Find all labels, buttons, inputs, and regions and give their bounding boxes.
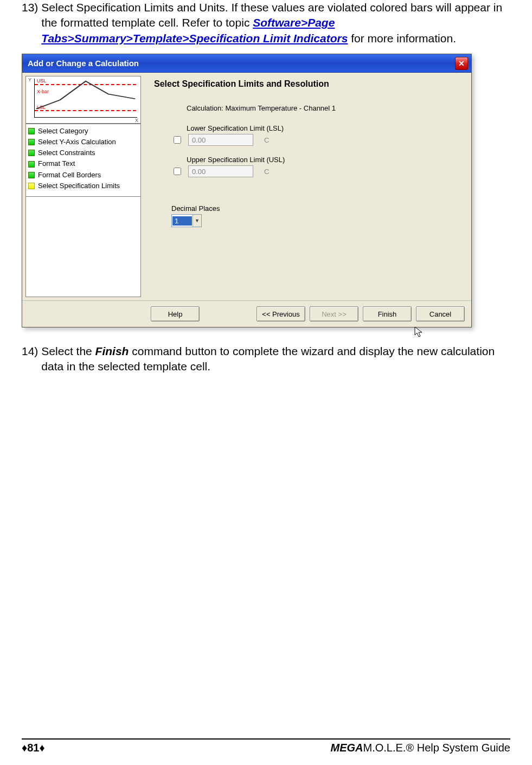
finish-button[interactable]: Finish	[363, 306, 412, 322]
usl-unit: C	[264, 168, 269, 176]
wizard-main-pane: Select Specification Limits and Resoluti…	[144, 73, 471, 300]
dialog-title: Add or Change a Calculation	[28, 59, 139, 68]
wizard-step-item: Select Specification Limits	[28, 181, 138, 191]
lsl-checkbox[interactable]	[174, 136, 181, 144]
step-text: Select Specification Limits and Units. I…	[41, 0, 510, 46]
lsl-field-label: Lower Specification Limit (LSL)	[187, 124, 465, 132]
usl-field-label: Upper Specification Limit (USL)	[187, 156, 465, 164]
close-icon[interactable]: ✕	[455, 57, 468, 70]
titlebar: Add or Change a Calculation ✕	[22, 54, 471, 73]
sidebar-spacer	[25, 197, 141, 297]
step-label: Select Category	[38, 126, 88, 137]
step-label: Select Constraints	[38, 147, 95, 158]
wizard-step-item: Format Cell Borders	[28, 170, 138, 181]
wizard-sidebar: Y USL X-bar LSL X Select Category Select…	[22, 73, 144, 300]
step-label: Select Specification Limits	[38, 181, 120, 191]
lsl-input[interactable]	[188, 134, 253, 146]
step-14: 14) Select the Finish command button to …	[22, 344, 510, 375]
text: for more information.	[348, 32, 456, 44]
decimal-places-combo[interactable]: 1 ▼	[171, 214, 202, 227]
status-icon	[28, 139, 35, 145]
step-number: 14)	[22, 344, 41, 375]
chevron-down-icon[interactable]: ▼	[193, 215, 201, 227]
svg-marker-0	[415, 327, 422, 337]
step-13: 13) Select Specification Limits and Unit…	[22, 0, 510, 46]
status-icon	[28, 128, 35, 134]
status-icon	[28, 183, 35, 189]
spec-chart-thumbnail: Y USL X-bar LSL X	[25, 76, 141, 124]
previous-button[interactable]: << Previous	[257, 306, 305, 322]
finish-label: Finish	[378, 310, 397, 318]
x-axis-label: X	[135, 118, 138, 123]
calculation-label: Calculation: Maximum Temperature - Chann…	[187, 104, 465, 112]
wizard-step-item: Select Y-Axis Calculation	[28, 137, 138, 147]
guide-rest: M.O.L.E.® Help System Guide	[363, 742, 511, 754]
wizard-step-item: Select Constraints	[28, 147, 138, 158]
wizard-step-item: Select Category	[28, 126, 138, 137]
page-number: ♦81♦	[22, 742, 45, 754]
step-label: Format Text	[38, 158, 75, 169]
wizard-steps-list: Select Category Select Y-Axis Calculatio…	[25, 124, 141, 197]
step-number: 13)	[22, 0, 41, 46]
y-axis-label: Y	[28, 77, 31, 82]
guide-title: MEGAM.O.L.E.® Help System Guide	[331, 742, 511, 754]
page-heading: Select Specification Limits and Resoluti…	[154, 79, 465, 89]
step-label: Select Y-Axis Calculation	[38, 137, 116, 147]
step-text: Select the Finish command button to comp…	[41, 344, 510, 375]
wizard-dialog: Add or Change a Calculation ✕ Y USL X-ba…	[22, 54, 472, 327]
text: Select the	[41, 345, 95, 357]
button-bar: Help << Previous Next >> Finish Cancel	[22, 300, 471, 327]
step-label: Format Cell Borders	[38, 170, 101, 181]
guide-prefix: MEGA	[331, 742, 363, 754]
decimal-label: Decimal Places	[171, 204, 465, 213]
usl-input[interactable]	[188, 165, 253, 177]
usl-checkbox[interactable]	[174, 168, 181, 175]
status-icon	[28, 172, 35, 178]
next-button: Next >>	[310, 306, 358, 322]
status-icon	[28, 161, 35, 168]
page-footer: ♦81♦ MEGAM.O.L.E.® Help System Guide	[22, 738, 510, 754]
status-icon	[28, 150, 35, 156]
help-button[interactable]: Help	[151, 306, 200, 322]
bold-text: Finish	[95, 345, 129, 357]
lsl-unit: C	[264, 136, 269, 144]
wizard-step-item: Format Text	[28, 158, 138, 169]
cancel-button[interactable]: Cancel	[416, 306, 465, 322]
decimal-value: 1	[172, 216, 192, 226]
